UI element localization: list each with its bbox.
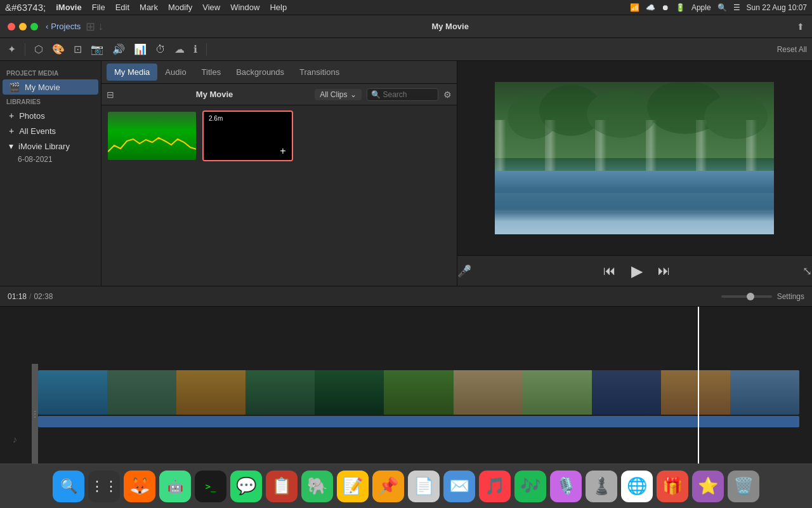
- dock-evernote[interactable]: 🐘: [301, 471, 333, 502]
- dock-imovie[interactable]: ⭐: [692, 471, 724, 502]
- zoom-slider-handle[interactable]: [747, 293, 754, 300]
- clip-add-button[interactable]: +: [277, 145, 289, 157]
- dock-firefox[interactable]: 🦊: [124, 471, 155, 502]
- menu-mark[interactable]: Mark: [140, 3, 158, 12]
- playback-controls: 🎤 ⏮ ▶ ⏭ ⤡: [457, 255, 813, 286]
- inspector-toolbar: ✦ ⬡ 🎨 ⊡ 📷 🔊 📊 ⏱ ☁ ℹ Reset All: [0, 38, 812, 61]
- magic-wand-icon[interactable]: ✦: [5, 42, 18, 57]
- fullscreen-window-button[interactable]: [30, 23, 38, 30]
- tab-titles[interactable]: Titles: [194, 64, 229, 81]
- apple-menu-icon[interactable]: &#63743;: [5, 2, 46, 13]
- projects-label: Projects: [51, 22, 81, 31]
- zoom-slider-track[interactable]: [721, 295, 772, 298]
- play-pause-button[interactable]: ▶: [631, 262, 643, 280]
- strip-seg-2: [107, 370, 176, 415]
- speed-icon[interactable]: ⏱: [153, 43, 168, 57]
- share-icon[interactable]: ⬆: [797, 22, 804, 32]
- menu-edit[interactable]: Edit: [115, 3, 129, 12]
- window-controls: [8, 23, 38, 30]
- dock-trash[interactable]: 🗑️: [728, 471, 759, 502]
- dock-notes[interactable]: 📝: [337, 471, 369, 502]
- tab-transitions[interactable]: Transitions: [292, 64, 347, 81]
- skip-back-button[interactable]: ⏮: [603, 264, 616, 278]
- menu-view[interactable]: View: [202, 3, 220, 12]
- green-screen-preview: [108, 112, 196, 160]
- dock-android-studio[interactable]: 🤖: [159, 471, 191, 502]
- dock-launchpad[interactable]: ⋮⋮: [88, 471, 120, 502]
- all-clips-dropdown[interactable]: All Clips ⌄: [315, 89, 361, 100]
- sidebar-item-my-movie[interactable]: 🎬 My Movie: [3, 79, 98, 95]
- preview-frame: [495, 82, 774, 234]
- strip-seg-3: [176, 370, 246, 415]
- dock-mail[interactable]: ✉️: [443, 471, 475, 502]
- import-icon[interactable]: ↓: [98, 20, 103, 33]
- tab-my-media[interactable]: My Media: [107, 64, 157, 81]
- close-window-button[interactable]: [8, 23, 15, 30]
- app-layout: ‹ Projects ⊞ ↓ My Movie ⬆ ✦ ⬡ 🎨 ⊡ 📷 🔊 📊 …: [0, 15, 812, 508]
- projects-back-button[interactable]: ‹ Projects: [46, 22, 81, 31]
- dock-music[interactable]: 🎵: [479, 471, 511, 502]
- color-correct-icon[interactable]: 🎨: [49, 42, 67, 57]
- menu-modify[interactable]: Modify: [168, 3, 192, 12]
- search-input[interactable]: [383, 90, 434, 99]
- svg-point-3: [587, 90, 657, 138]
- noise-reduction-icon[interactable]: ☁: [172, 42, 187, 57]
- skip-forward-button[interactable]: ⏭: [658, 264, 671, 278]
- color-balance-icon[interactable]: ⬡: [32, 42, 46, 57]
- user-name: Apple: [691, 3, 711, 12]
- tab-backgrounds[interactable]: Backgrounds: [228, 64, 292, 81]
- timeline: 01:18 / 02:38 Settings ⋮: [0, 286, 812, 464]
- dock-finder[interactable]: 🔍: [53, 471, 84, 502]
- video-timeline-strip[interactable]: [38, 370, 799, 415]
- timeline-resize-handle[interactable]: ⋮: [32, 364, 38, 464]
- tab-audio[interactable]: Audio: [157, 64, 193, 81]
- control-center-icon[interactable]: ☰: [733, 3, 740, 12]
- sidebar-item-all-events[interactable]: + All Events: [3, 123, 98, 138]
- reset-all-button[interactable]: Reset All: [777, 45, 807, 54]
- dock-whatsapp[interactable]: 💬: [230, 471, 262, 502]
- fullscreen-icon[interactable]: ⤡: [802, 264, 812, 278]
- strip-seg-11: [730, 370, 799, 415]
- search-menu-icon[interactable]: 🔍: [717, 3, 727, 12]
- dock-lists[interactable]: 📋: [266, 471, 298, 502]
- sidebar-item-imovie-library[interactable]: ▾ iMovie Library: [3, 138, 98, 154]
- dock-quicklook[interactable]: 📄: [408, 471, 440, 502]
- equalizer-icon[interactable]: 📊: [131, 42, 149, 57]
- settings-gear-icon[interactable]: ⚙: [443, 90, 452, 100]
- dock-podcasts[interactable]: 🎙️: [550, 471, 582, 502]
- clip-browser-toolbar: ⊟ My Movie All Clips ⌄ 🔍 ⚙: [102, 84, 457, 105]
- sidebar: PROJECT MEDIA 🎬 My Movie LIBRARIES + Pho…: [0, 61, 102, 286]
- clip-thumb-black[interactable]: 2.6m +: [202, 110, 293, 161]
- menu-window[interactable]: Window: [230, 3, 259, 12]
- menu-bar: &#63743; iMovie File Edit Mark Modify Vi…: [0, 0, 812, 15]
- crop-icon[interactable]: ⊡: [71, 42, 84, 57]
- timeline-playhead[interactable]: [698, 307, 699, 464]
- dock-gift[interactable]: 🎁: [657, 471, 688, 502]
- clip-thumb-green[interactable]: [107, 110, 197, 161]
- clip-duration-badge: 2.6m: [206, 114, 225, 123]
- preview-panel: 🎤 ⏮ ▶ ⏭ ⤡: [457, 61, 813, 286]
- menu-help[interactable]: Help: [270, 3, 287, 12]
- dock-stickies[interactable]: 📌: [372, 471, 404, 502]
- datetime: Sun 22 Aug 10:07: [747, 3, 807, 12]
- dock-spotify[interactable]: 🎶: [514, 471, 546, 502]
- battery-icon: 🔋: [676, 3, 685, 12]
- dock-terminal[interactable]: >_: [195, 471, 226, 502]
- timeline-settings-button[interactable]: Settings: [777, 292, 804, 301]
- sidebar-toggle-icon[interactable]: ⊟: [107, 90, 114, 100]
- microphone-icon[interactable]: 🎤: [457, 264, 471, 278]
- app-name-menu[interactable]: iMovie: [56, 3, 81, 12]
- info-icon[interactable]: ℹ: [191, 42, 200, 57]
- preview-video-area[interactable]: [457, 61, 813, 255]
- minimize-window-button[interactable]: [19, 23, 27, 30]
- strip-seg-10: [661, 370, 730, 415]
- grid-view-icon[interactable]: ⊞: [86, 20, 95, 34]
- dock-chrome[interactable]: 🌐: [621, 471, 653, 502]
- dock-chess[interactable]: ♟️: [586, 471, 617, 502]
- volume-icon[interactable]: 🔊: [110, 42, 128, 57]
- timeline-toolbar: 01:18 / 02:38 Settings: [0, 286, 812, 307]
- stabilize-icon[interactable]: 📷: [88, 42, 106, 57]
- clip-grid: 2.6m +: [102, 105, 457, 286]
- sidebar-item-photos[interactable]: + Photos: [3, 108, 98, 123]
- menu-file[interactable]: File: [92, 3, 105, 12]
